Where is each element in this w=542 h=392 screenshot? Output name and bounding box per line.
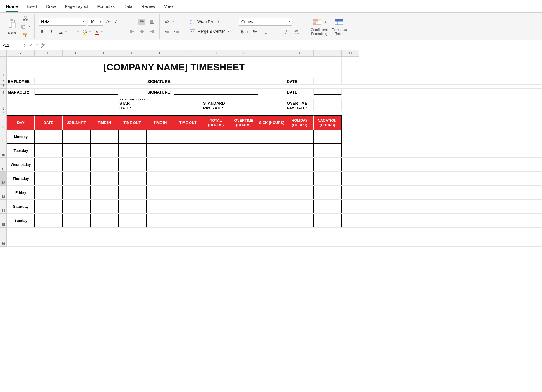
formula-input[interactable] [47, 40, 542, 50]
col-header-h[interactable]: H [202, 50, 230, 57]
ts-cell-wednesday-11[interactable] [314, 158, 342, 171]
ts-cell-friday-10[interactable] [286, 186, 314, 199]
wrap-text-button[interactable]: abc Wrap Text ▾ [188, 18, 231, 25]
cell-m-15[interactable] [342, 214, 359, 227]
align-center-button[interactable] [138, 28, 145, 34]
cell-m1[interactable] [342, 57, 359, 78]
tab-page-layout[interactable]: Page Layout [64, 2, 89, 12]
ts-cell-friday-2[interactable] [63, 186, 90, 199]
ts-cell-thursday-6[interactable] [174, 172, 202, 185]
ts-cell-monday-2[interactable] [63, 130, 90, 144]
tab-draw[interactable]: Draw [45, 2, 56, 12]
ts-cell-friday-3[interactable] [90, 186, 118, 199]
ts-cell-monday-5[interactable] [146, 130, 174, 144]
row-header-10[interactable]: 10 [0, 144, 7, 158]
ts-cell-thursday-1[interactable] [35, 172, 63, 185]
orientation-button[interactable]: ab [164, 18, 170, 25]
fx-icon[interactable]: fx [41, 43, 45, 48]
font-size-select[interactable]: 10 [88, 18, 103, 26]
percent-button[interactable]: % [252, 28, 259, 35]
currency-button[interactable]: $ [239, 28, 246, 35]
currency-dropdown-icon[interactable]: ▾ [247, 30, 248, 33]
ts-cell-saturday-7[interactable] [202, 200, 230, 213]
cell-a6[interactable] [7, 99, 118, 111]
manager-input[interactable] [35, 89, 118, 95]
col-header-k[interactable]: K [286, 50, 314, 57]
ts-cell-thursday-10[interactable] [286, 172, 314, 185]
ts-cell-sunday-6[interactable] [174, 214, 202, 227]
ts-cell-monday-10[interactable] [286, 130, 314, 144]
col-header-e[interactable]: E [118, 50, 146, 57]
row-header-8[interactable]: 8 [0, 115, 7, 130]
row-header-7[interactable]: 7 [0, 111, 7, 115]
row-header-3[interactable]: 3 [0, 85, 7, 89]
format-painter-button[interactable] [20, 32, 30, 38]
ts-cell-friday-1[interactable] [35, 186, 63, 199]
row-3-spacer[interactable] [7, 85, 359, 88]
cut-button[interactable] [20, 15, 30, 21]
ts-cell-sunday-10[interactable] [286, 214, 314, 227]
col-header-g[interactable]: G [174, 50, 202, 57]
standard-rate-input[interactable] [230, 99, 286, 111]
cell-m-10[interactable] [342, 144, 359, 157]
increase-font-button[interactable]: A^ [105, 18, 112, 25]
cell-m-13[interactable] [342, 186, 359, 199]
ts-cell-sunday-9[interactable] [258, 214, 286, 227]
ts-cell-sunday-4[interactable] [118, 214, 146, 227]
ts-cell-wednesday-4[interactable] [118, 158, 146, 171]
copy-button[interactable] [20, 23, 27, 30]
ts-cell-tuesday-11[interactable] [314, 144, 342, 157]
paste-button[interactable] [7, 18, 18, 30]
row-7-spacer[interactable] [7, 111, 359, 115]
col-header-j[interactable]: J [258, 50, 286, 57]
ts-cell-saturday-1[interactable] [35, 200, 63, 213]
increase-decimal-button[interactable]: ←0.00 [283, 28, 290, 35]
cell-m-11[interactable] [342, 158, 359, 171]
row-header-15[interactable]: 15 [0, 214, 7, 228]
underline-dropdown-icon[interactable]: ▾ [65, 30, 67, 33]
ts-cell-friday-5[interactable] [146, 186, 174, 199]
decrease-font-button[interactable]: Aˇ [113, 18, 120, 25]
cell-m-9[interactable] [342, 130, 359, 144]
ts-cell-tuesday-9[interactable] [258, 144, 286, 157]
ts-cell-friday-7[interactable] [202, 186, 230, 199]
ts-cell-monday-7[interactable] [202, 130, 230, 144]
row-5-spacer[interactable] [7, 95, 359, 99]
cell-m6[interactable] [342, 99, 359, 111]
row-header-13[interactable]: 13 [0, 186, 7, 200]
borders-dropdown-icon[interactable]: ▾ [77, 30, 79, 33]
ts-cell-sunday-2[interactable] [63, 214, 90, 227]
spreadsheet-grid[interactable]: ABCDEFGHIJKLM 12345678910111213141516 [C… [0, 50, 542, 247]
ts-cell-saturday-2[interactable] [63, 200, 90, 213]
number-format-select[interactable]: General [239, 18, 292, 26]
ts-cell-wednesday-9[interactable] [258, 158, 286, 171]
ts-cell-friday-8[interactable] [230, 186, 258, 199]
col-header-l[interactable]: L [314, 50, 342, 57]
tab-insert[interactable]: Insert [26, 2, 38, 12]
ts-cell-wednesday-6[interactable] [174, 158, 202, 171]
copy-dropdown-icon[interactable]: ▾ [29, 25, 30, 28]
row-header-12[interactable]: 12 [0, 172, 7, 186]
ts-cell-monday-6[interactable] [174, 130, 202, 144]
row-header-1[interactable]: 1 [0, 57, 7, 78]
ts-cell-wednesday-10[interactable] [286, 158, 314, 171]
row-header-6[interactable]: 6 [0, 99, 7, 111]
name-box[interactable]: P12 ▴▾ [0, 40, 26, 50]
tab-formulas[interactable]: Formulas [97, 2, 115, 12]
ts-cell-wednesday-8[interactable] [230, 158, 258, 171]
decrease-indent-button[interactable] [164, 28, 170, 35]
borders-button[interactable] [69, 28, 76, 35]
ts-cell-sunday-5[interactable] [146, 214, 174, 227]
employee-input[interactable] [35, 78, 118, 84]
row-header-16[interactable]: 16 [0, 228, 7, 247]
ts-cell-monday-4[interactable] [118, 130, 146, 144]
ts-cell-wednesday-2[interactable] [63, 158, 90, 171]
font-color-button[interactable]: A [93, 28, 100, 35]
col-header-d[interactable]: D [90, 50, 118, 57]
ts-cell-saturday-4[interactable] [118, 200, 146, 213]
comma-button[interactable]: , [263, 28, 269, 35]
row-16[interactable] [7, 228, 359, 246]
cell-m-12[interactable] [342, 172, 359, 185]
ts-cell-wednesday-1[interactable] [35, 158, 63, 171]
font-color-dropdown-icon[interactable]: ▾ [101, 30, 103, 33]
